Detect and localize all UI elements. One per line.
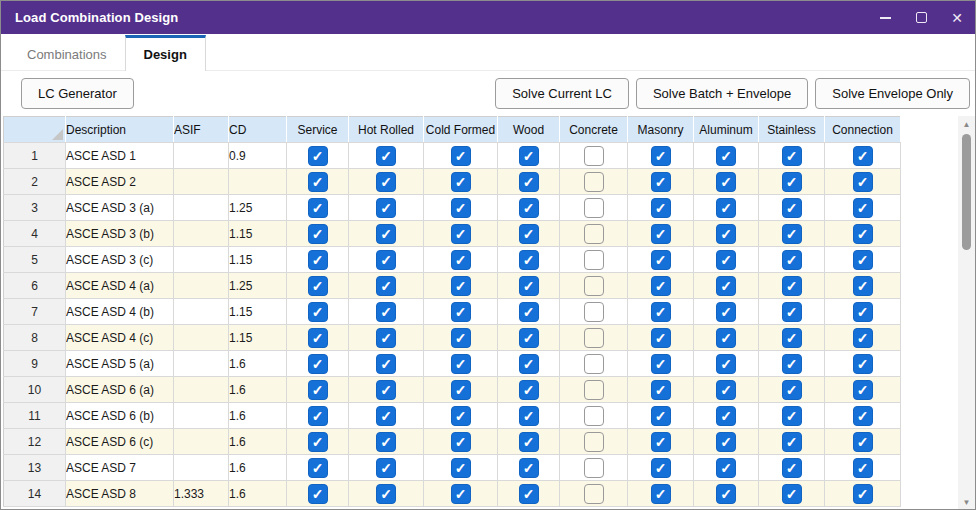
hot_rolled-checkbox[interactable]: ✓	[376, 380, 396, 400]
close-button[interactable]: ✕	[939, 1, 975, 34]
asif-cell[interactable]	[174, 325, 229, 351]
service-checkbox[interactable]: ✓	[308, 406, 328, 426]
aluminum-checkbox[interactable]: ✓	[716, 172, 736, 192]
minimize-button[interactable]	[867, 1, 903, 34]
hot_rolled-checkbox[interactable]: ✓	[376, 328, 396, 348]
masonry-checkbox[interactable]: ✓	[651, 406, 671, 426]
aluminum-checkbox[interactable]: ✓	[716, 354, 736, 374]
connection-checkbox[interactable]: ✓	[853, 250, 873, 270]
stainless-checkbox[interactable]: ✓	[782, 276, 802, 296]
masonry-checkbox[interactable]: ✓	[651, 432, 671, 452]
description-cell[interactable]: ASCE ASD 5 (a)	[66, 351, 174, 377]
cd-cell[interactable]: 1.15	[229, 247, 287, 273]
connection-checkbox[interactable]: ✓	[853, 432, 873, 452]
stainless-checkbox[interactable]: ✓	[782, 354, 802, 374]
cd-cell[interactable]: 1.25	[229, 195, 287, 221]
service-checkbox[interactable]: ✓	[308, 432, 328, 452]
masonry-checkbox[interactable]: ✓	[651, 328, 671, 348]
stainless-checkbox[interactable]: ✓	[782, 250, 802, 270]
stainless-checkbox[interactable]: ✓	[782, 302, 802, 322]
service-checkbox[interactable]: ✓	[308, 328, 328, 348]
cold_formed-checkbox[interactable]: ✓	[451, 406, 471, 426]
connection-checkbox[interactable]: ✓	[853, 354, 873, 374]
vertical-scrollbar[interactable]: ▲ ▼	[958, 116, 975, 510]
cd-cell[interactable]: 1.6	[229, 481, 287, 507]
asif-cell[interactable]	[174, 377, 229, 403]
aluminum-checkbox[interactable]: ✓	[716, 380, 736, 400]
stainless-checkbox[interactable]: ✓	[782, 458, 802, 478]
concrete-checkbox[interactable]	[584, 276, 604, 296]
service-checkbox[interactable]: ✓	[308, 172, 328, 192]
hot_rolled-checkbox[interactable]: ✓	[376, 302, 396, 322]
service-checkbox[interactable]: ✓	[308, 380, 328, 400]
asif-cell[interactable]	[174, 351, 229, 377]
row-number[interactable]: 11	[4, 403, 66, 429]
wood-checkbox[interactable]: ✓	[519, 484, 539, 504]
aluminum-checkbox[interactable]: ✓	[716, 276, 736, 296]
masonry-checkbox[interactable]: ✓	[651, 380, 671, 400]
wood-checkbox[interactable]: ✓	[519, 146, 539, 166]
row-number[interactable]: 1	[4, 143, 66, 169]
cold_formed-checkbox[interactable]: ✓	[451, 328, 471, 348]
service-checkbox[interactable]: ✓	[308, 146, 328, 166]
masonry-checkbox[interactable]: ✓	[651, 198, 671, 218]
cd-cell[interactable]: 1.6	[229, 351, 287, 377]
asif-cell[interactable]	[174, 273, 229, 299]
row-number[interactable]: 5	[4, 247, 66, 273]
cold_formed-checkbox[interactable]: ✓	[451, 484, 471, 504]
connection-checkbox[interactable]: ✓	[853, 146, 873, 166]
cold_formed-checkbox[interactable]: ✓	[451, 250, 471, 270]
aluminum-checkbox[interactable]: ✓	[716, 224, 736, 244]
aluminum-checkbox[interactable]: ✓	[716, 302, 736, 322]
row-number[interactable]: 6	[4, 273, 66, 299]
hot_rolled-checkbox[interactable]: ✓	[376, 432, 396, 452]
cold_formed-checkbox[interactable]: ✓	[451, 302, 471, 322]
row-number[interactable]: 10	[4, 377, 66, 403]
hot_rolled-checkbox[interactable]: ✓	[376, 198, 396, 218]
wood-checkbox[interactable]: ✓	[519, 406, 539, 426]
concrete-checkbox[interactable]	[584, 354, 604, 374]
hot_rolled-checkbox[interactable]: ✓	[376, 354, 396, 374]
cd-cell[interactable]: 1.15	[229, 299, 287, 325]
concrete-checkbox[interactable]	[584, 432, 604, 452]
connection-checkbox[interactable]: ✓	[853, 328, 873, 348]
stainless-checkbox[interactable]: ✓	[782, 484, 802, 504]
description-cell[interactable]: ASCE ASD 4 (a)	[66, 273, 174, 299]
asif-cell[interactable]	[174, 299, 229, 325]
cd-cell[interactable]	[229, 169, 287, 195]
cd-cell[interactable]: 1.6	[229, 377, 287, 403]
cd-cell[interactable]: 1.25	[229, 273, 287, 299]
masonry-checkbox[interactable]: ✓	[651, 354, 671, 374]
description-cell[interactable]: ASCE ASD 4 (c)	[66, 325, 174, 351]
tab-combinations[interactable]: Combinations	[9, 39, 125, 70]
cd-cell[interactable]: 0.9	[229, 143, 287, 169]
wood-checkbox[interactable]: ✓	[519, 380, 539, 400]
service-checkbox[interactable]: ✓	[308, 276, 328, 296]
cold_formed-checkbox[interactable]: ✓	[451, 458, 471, 478]
stainless-checkbox[interactable]: ✓	[782, 198, 802, 218]
masonry-checkbox[interactable]: ✓	[651, 484, 671, 504]
row-number[interactable]: 2	[4, 169, 66, 195]
cd-cell[interactable]: 1.15	[229, 221, 287, 247]
connection-checkbox[interactable]: ✓	[853, 458, 873, 478]
connection-checkbox[interactable]: ✓	[853, 380, 873, 400]
cold_formed-checkbox[interactable]: ✓	[451, 276, 471, 296]
stainless-checkbox[interactable]: ✓	[782, 172, 802, 192]
concrete-checkbox[interactable]	[584, 458, 604, 478]
aluminum-checkbox[interactable]: ✓	[716, 406, 736, 426]
asif-cell[interactable]	[174, 221, 229, 247]
hot_rolled-checkbox[interactable]: ✓	[376, 276, 396, 296]
hot_rolled-checkbox[interactable]: ✓	[376, 484, 396, 504]
cold_formed-checkbox[interactable]: ✓	[451, 354, 471, 374]
wood-checkbox[interactable]: ✓	[519, 224, 539, 244]
solve-batch-envelope-button[interactable]: Solve Batch + Envelope	[636, 78, 808, 109]
row-number[interactable]: 12	[4, 429, 66, 455]
cd-cell[interactable]: 1.6	[229, 403, 287, 429]
concrete-checkbox[interactable]	[584, 302, 604, 322]
aluminum-checkbox[interactable]: ✓	[716, 250, 736, 270]
masonry-checkbox[interactable]: ✓	[651, 276, 671, 296]
stainless-checkbox[interactable]: ✓	[782, 432, 802, 452]
connection-checkbox[interactable]: ✓	[853, 198, 873, 218]
wood-checkbox[interactable]: ✓	[519, 432, 539, 452]
service-checkbox[interactable]: ✓	[308, 458, 328, 478]
